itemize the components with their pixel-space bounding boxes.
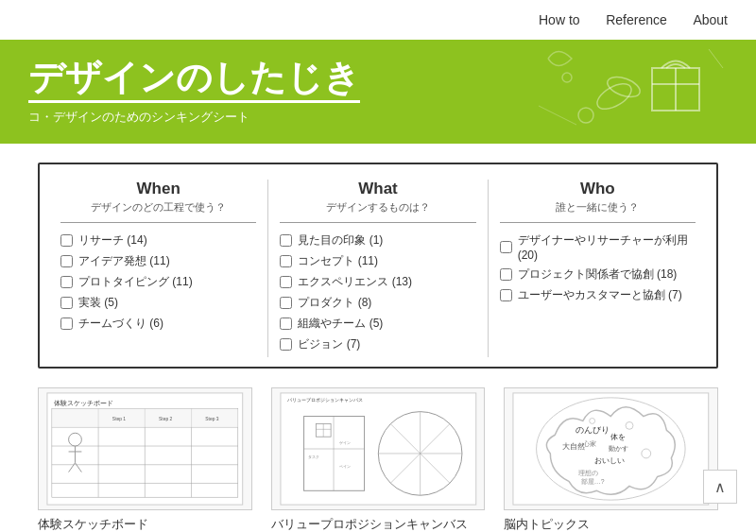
nav: How to Reference About: [516, 12, 728, 27]
header: How to Reference About: [0, 0, 756, 40]
svg-text:Step 2: Step 2: [159, 417, 172, 421]
svg-text:理想の: 理想の: [578, 470, 598, 476]
filter-what-item-3[interactable]: プロダクト (8): [280, 295, 475, 311]
nav-about[interactable]: About: [693, 12, 728, 27]
filter-when-item-1[interactable]: アイデア発想 (11): [60, 253, 256, 269]
scroll-top-button[interactable]: ∧: [703, 470, 737, 504]
chevron-up-icon: ∧: [714, 478, 726, 496]
filter-who-col: Who 誰と一緒に使う？ デザイナーやリサーチャーが利用 (20) プロジェクト…: [489, 180, 707, 357]
filter-who-title: Who: [500, 180, 696, 198]
filter-who-item-1[interactable]: プロジェクト関係者で協創 (18): [500, 266, 696, 283]
svg-text:体験スケッチボード: 体験スケッチボード: [54, 400, 113, 406]
filter-when-col: When デザインのどの工程で使う？ リサーチ (14) アイデア発想 (11)…: [49, 180, 268, 357]
card-2-image: のんびり 大自然 心家 体を 動かす おいしい 理想の 部屋…?: [504, 387, 718, 510]
card-2[interactable]: のんびり 大自然 心家 体を 動かす おいしい 理想の 部屋…? 脳内トピックス: [504, 387, 718, 532]
card-0[interactable]: 体験スケッチボード Step 1: [38, 387, 252, 532]
filter-what-item-0[interactable]: 見た目の印象 (1): [280, 232, 475, 249]
svg-text:ペイン: ペイン: [339, 464, 351, 469]
card-1[interactable]: バリュープロポジションキャンバス タスク ゲイン ペイン: [271, 387, 486, 532]
filter-who-item-0[interactable]: デザイナーやリサーチャーが利用 (20): [500, 232, 696, 262]
svg-point-4: [605, 73, 643, 100]
filter-what-col: What デザインするものは？ 見た目の印象 (1) コンセプト (11) エク…: [268, 180, 488, 357]
card-1-title: バリュープロポジションキャンバス: [271, 516, 468, 532]
svg-text:Step 3: Step 3: [205, 417, 218, 421]
filter-who-item-2[interactable]: ユーザーやカスタマーと協創 (7): [500, 287, 696, 303]
filter-what-subtitle: デザインするものは？: [280, 200, 475, 223]
svg-text:動かす: 動かす: [610, 445, 629, 453]
svg-text:部屋…?: 部屋…?: [581, 478, 605, 485]
svg-text:ゲイン: ゲイン: [339, 440, 351, 445]
filter-what-item-5[interactable]: ビジョン (7): [280, 336, 475, 352]
svg-text:おいしい: おいしい: [594, 456, 625, 465]
filter-section: When デザインのどの工程で使う？ リサーチ (14) アイデア発想 (11)…: [38, 163, 718, 369]
svg-text:バリュープロポジションキャンバス: バリュープロポジションキャンバス: [285, 397, 362, 403]
svg-line-8: [709, 49, 723, 68]
hero-decoration: [454, 40, 737, 144]
cards-grid: 体験スケッチボード Step 1: [19, 387, 737, 532]
svg-text:心家: 心家: [582, 440, 596, 448]
filter-when-item-0[interactable]: リサーチ (14): [60, 232, 256, 249]
card-0-image: 体験スケッチボード Step 1: [38, 387, 252, 510]
filter-what-item-4[interactable]: 組織やチーム (5): [280, 316, 475, 332]
svg-text:のんびり: のんびり: [576, 425, 610, 435]
filter-when-item-2[interactable]: プロトタイピング (11): [60, 274, 256, 290]
nav-reference[interactable]: Reference: [606, 12, 667, 27]
nav-howto[interactable]: How to: [539, 12, 580, 27]
card-1-image: バリュープロポジションキャンバス タスク ゲイン ペイン: [271, 387, 486, 510]
filter-what-item-1[interactable]: コンセプト (11): [280, 253, 475, 269]
svg-text:体を: 体を: [611, 433, 627, 441]
filter-when-item-4[interactable]: チームづくり (6): [60, 316, 256, 332]
svg-rect-0: [652, 68, 699, 111]
filter-what-title: What: [280, 180, 475, 198]
filter-when-title: When: [60, 180, 256, 198]
svg-text:Step 1: Step 1: [112, 417, 126, 421]
filter-when-item-3[interactable]: 実装 (5): [60, 295, 256, 311]
filter-when-subtitle: デザインのどの工程で使う？: [60, 200, 256, 223]
filter-what-item-2[interactable]: エクスペリエンス (13): [280, 274, 475, 290]
svg-point-6: [562, 73, 572, 82]
filter-who-subtitle: 誰と一緒に使う？: [500, 200, 696, 223]
card-2-title: 脳内トピックス: [504, 516, 590, 532]
hero-section: デザインのしたじき コ・デザインのためのシンキングシート: [0, 40, 756, 144]
svg-text:タスク: タスク: [308, 455, 319, 459]
site-subtitle: コ・デザインのためのシンキングシート: [28, 109, 728, 126]
card-0-title: 体験スケッチボード: [38, 516, 148, 532]
svg-text:大自然: 大自然: [562, 442, 585, 451]
site-logo: デザインのしたじき: [28, 59, 360, 103]
